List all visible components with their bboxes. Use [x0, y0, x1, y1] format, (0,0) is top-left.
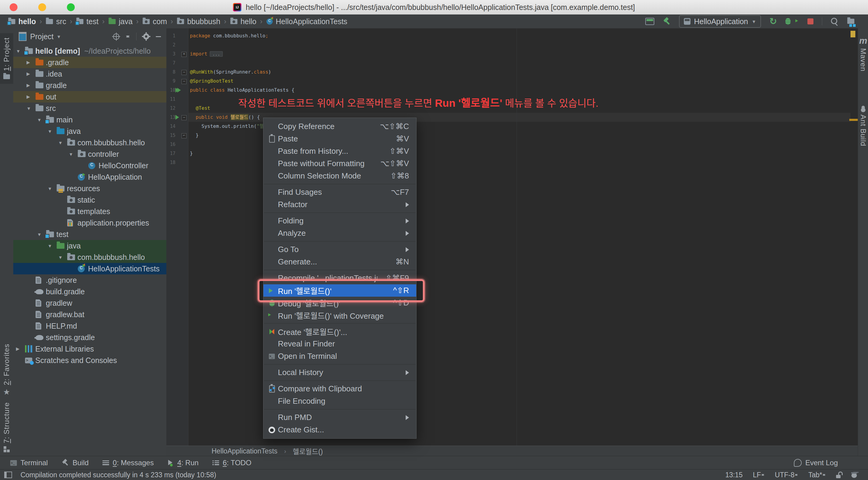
collapse-all-icon[interactable] — [126, 33, 130, 39]
menu-item-paste[interactable]: Paste⌘V — [264, 133, 416, 145]
indent-widget[interactable]: Tab* — [808, 471, 826, 479]
tree-item-main[interactable]: ▼main — [13, 114, 166, 125]
menu-item-analyze[interactable]: Analyze — [264, 227, 416, 239]
menu-item-create-run-config[interactable]: Create '헬로월드()'... — [264, 325, 416, 338]
breadcrumb-src[interactable]: src — [45, 17, 66, 26]
stop-button[interactable] — [807, 19, 813, 24]
toolwindow-toggle-icon[interactable] — [4, 472, 12, 478]
sidebar-item-ant-build[interactable]: Ant Build — [858, 106, 868, 146]
fold-collapse-icon[interactable]: − — [181, 70, 187, 75]
menu-item-paste-from-history[interactable]: Paste from History...⇧⌘V — [264, 145, 416, 157]
tree-item-gradlew[interactable]: gradlew — [13, 297, 166, 309]
menu-item-column-selection-mode[interactable]: Column Selection Mode⇧⌘8 — [264, 170, 416, 182]
tree-item-src[interactable]: ▼src — [13, 102, 166, 114]
sidebar-item-structure[interactable]: 7: Structure — [0, 402, 13, 452]
breadcrumb-class[interactable]: HelloApplicationTests — [212, 447, 278, 455]
breadcrumb-hello[interactable]: hello — [8, 17, 36, 26]
tree-item-controller[interactable]: ▼controller — [13, 148, 166, 160]
zoom-window-button[interactable] — [67, 3, 75, 11]
gear-icon[interactable] — [143, 33, 149, 39]
breadcrumb-class[interactable]: HelloApplicationTests — [266, 17, 347, 26]
menu-item-go-to[interactable]: Go To — [264, 243, 416, 256]
tree-item-helloapplication[interactable]: HelloApplication — [13, 171, 166, 183]
tree-item-test[interactable]: ▼test — [13, 229, 166, 240]
fold-end-icon[interactable]: ⌐ — [181, 133, 187, 139]
search-icon[interactable] — [831, 18, 838, 25]
toolwindow-terminal[interactable]: Terminal — [10, 458, 48, 467]
menu-item-copy-reference[interactable]: Copy Reference⌥⇧⌘C — [264, 120, 416, 133]
run-configuration-select[interactable]: HelloApplication ▼ — [679, 15, 761, 28]
debug-button[interactable] — [785, 18, 790, 25]
tree-item-external-libraries[interactable]: ▶External Libraries — [13, 343, 166, 355]
sidebar-item-maven[interactable]: m Maven — [858, 36, 868, 71]
tree-item-application-properties[interactable]: application.properties — [13, 217, 166, 229]
hide-panel-icon[interactable] — [156, 36, 161, 37]
tree-item-help-md[interactable]: HELP.md — [13, 320, 166, 332]
menu-item-recompile[interactable]: Recompile '...plicationTests.java'⇧⌘F9 — [264, 272, 416, 284]
project-structure-icon[interactable] — [847, 17, 855, 26]
tree-item-hellocontroller[interactable]: HelloController — [13, 160, 166, 171]
menu-item-compare-with-clipboard[interactable]: Compare with Clipboard — [264, 383, 416, 395]
line-ending-widget[interactable]: LF — [753, 471, 765, 479]
tree-item-main-package[interactable]: ▼com.bbubbush.hello — [13, 137, 166, 148]
tree-item-project-root[interactable]: ▼hello [demo]~/IdeaProjects/hello — [13, 45, 166, 57]
run-class-gutter-icon[interactable] — [176, 88, 181, 93]
breadcrumb-hello-pkg[interactable]: hello — [230, 17, 256, 26]
breadcrumb-java[interactable]: java — [108, 17, 133, 26]
breadcrumb-test[interactable]: test — [76, 17, 98, 26]
tree-item-settings-gradle[interactable]: settings.gradle — [13, 332, 166, 343]
menu-item-run-pmd[interactable]: Run PMD — [264, 411, 416, 424]
menu-item-file-encoding[interactable]: File Encoding — [264, 395, 416, 407]
tree-item-static[interactable]: static — [13, 194, 166, 206]
encoding-widget[interactable]: UTF-8 — [775, 471, 798, 479]
unlock-icon[interactable] — [836, 472, 841, 478]
tree-item-resources[interactable]: ▼resources — [13, 183, 166, 194]
toolwindow-todo[interactable]: 6: TODO — [213, 458, 251, 467]
menu-item-refactor[interactable]: Refactor — [264, 199, 416, 211]
menu-item-open-in-terminal[interactable]: Open in Terminal — [264, 350, 416, 362]
breadcrumb-bbubbush[interactable]: bbubbush — [177, 17, 220, 26]
breadcrumb-com[interactable]: com — [142, 17, 167, 26]
menu-item-paste-without-formatting[interactable]: Paste without Formatting⌥⇧⌘V — [264, 157, 416, 170]
monitor-icon[interactable] — [645, 18, 654, 25]
sidebar-item-favorites[interactable]: 2: Favorites ★ — [0, 344, 13, 396]
event-log-button[interactable]: Event Log — [794, 458, 838, 467]
fold-collapse-icon[interactable]: − — [181, 115, 187, 120]
run-button[interactable]: ↻ — [770, 18, 777, 25]
tree-item-helloapplicationtests[interactable]: HelloApplicationTests — [13, 263, 166, 274]
tree-item-out[interactable]: ▶out — [13, 91, 166, 102]
toolwindow-messages[interactable]: 0: Messages — [102, 458, 154, 467]
fold-collapse-icon[interactable]: − — [181, 79, 187, 84]
chevron-down-icon[interactable]: ▼ — [57, 34, 61, 39]
tree-item-gitignore[interactable]: .gitignore — [13, 274, 166, 286]
hector-inspector-icon[interactable] — [851, 472, 857, 478]
fold-expand-icon[interactable]: + — [181, 52, 187, 57]
folded-imports[interactable]: ... — [210, 51, 223, 57]
menu-item-debug-test[interactable]: Debug '헬로월드()'^⇧D — [264, 297, 416, 309]
menu-item-folding[interactable]: Folding — [264, 215, 416, 227]
tree-item-scratches[interactable]: Scratches and Consoles — [13, 355, 166, 366]
menu-item-find-usages[interactable]: Find Usages⌥F7 — [264, 186, 416, 199]
tree-item-gradle-dir[interactable]: ▶.gradle — [13, 57, 166, 68]
menu-item-create-gist[interactable]: Create Gist... — [264, 424, 416, 436]
build-hammer-icon[interactable] — [663, 18, 671, 25]
tree-item-templates[interactable]: templates — [13, 206, 166, 217]
menu-item-run-with-coverage[interactable]: Run '헬로월드()' with Coverage — [264, 309, 416, 322]
tree-item-test-java[interactable]: ▼java — [13, 240, 166, 251]
menu-item-generate[interactable]: Generate...⌘N — [264, 256, 416, 268]
run-method-gutter-icon[interactable] — [176, 115, 181, 120]
locate-file-icon[interactable] — [113, 33, 119, 40]
menu-item-run-test[interactable]: Run '헬로월드()'^⇧R — [264, 284, 416, 297]
toolwindow-build[interactable]: Build — [62, 458, 89, 467]
close-window-button[interactable] — [10, 3, 18, 11]
tree-item-idea[interactable]: ▶.idea — [13, 68, 166, 80]
tree-item-build-gradle[interactable]: build.gradle — [13, 286, 166, 297]
menu-item-reveal-in-finder[interactable]: Reveal in Finder — [264, 338, 416, 350]
tree-item-gradle[interactable]: ▶gradle — [13, 80, 166, 91]
sidebar-item-project[interactable]: 1: Project — [0, 33, 13, 84]
tree-item-test-package[interactable]: ▼com.bbubbush.hello — [13, 251, 166, 263]
toolwindow-run[interactable]: 4: Run — [167, 458, 198, 467]
breadcrumb-method[interactable]: 헬로월드() — [293, 446, 323, 456]
tree-item-main-java[interactable]: ▼java — [13, 125, 166, 137]
minimize-window-button[interactable] — [38, 3, 46, 11]
